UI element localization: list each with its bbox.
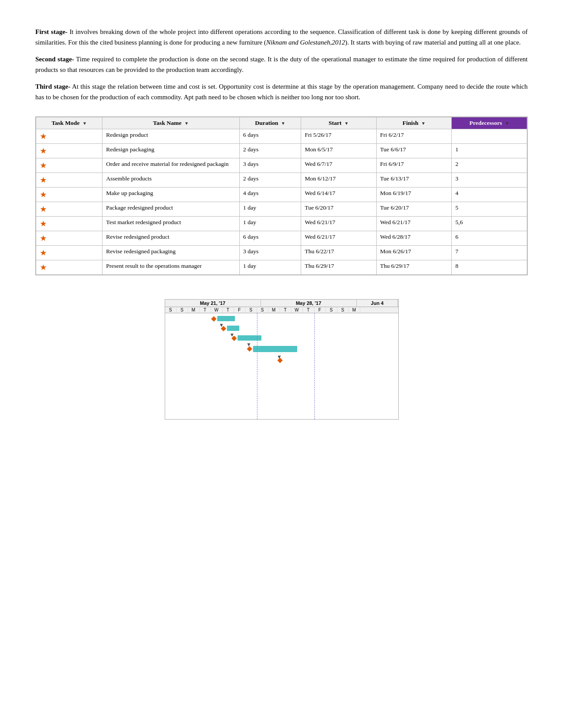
p2-bold: Second stage- [35, 56, 74, 63]
table-row: ★Assemble products2 daysMon 6/12/17Tue 6… [36, 173, 527, 188]
milestone-5: ◆ [277, 356, 283, 364]
start-cell: Thu 6/22/17 [301, 246, 377, 260]
sort-arrow-start: ▼ [344, 121, 349, 126]
predecessors-cell: 5 [452, 202, 527, 217]
sort-arrow-finish: ▼ [421, 121, 426, 126]
table-header-row: Task Mode ▼ Task Name ▼ Duration ▼ Start… [36, 117, 527, 129]
task-name-cell: Order and receive material for redesigne… [102, 158, 239, 173]
gantt-day-label: T [200, 307, 211, 313]
gantt-day-label: M [268, 307, 280, 313]
task-name-cell: Redesign product [102, 129, 239, 144]
start-cell: Mon 6/12/17 [301, 173, 377, 188]
duration-cell: 6 days [239, 231, 301, 246]
bar-row-3 [238, 335, 261, 341]
task-icon: ★ [40, 146, 47, 156]
gantt-body: ◆ ▼ ◆ ▼ ◆ ▼ ◆ [165, 313, 398, 419]
gantt-day-label: S [177, 307, 188, 313]
task-mode-cell: ★ [36, 144, 102, 158]
task-mode-cell: ★ [36, 173, 102, 188]
task-name-cell: Redesign packaging [102, 144, 239, 158]
task-icon: ★ [40, 233, 47, 243]
start-cell: Tue 6/20/17 [301, 202, 377, 217]
duration-cell: 4 days [239, 188, 301, 202]
task-name-cell: Make up packaging [102, 188, 239, 202]
gantt-day-label: W [211, 307, 223, 313]
start-cell: Wed 6/14/17 [301, 188, 377, 202]
predecessors-cell [452, 129, 527, 144]
gantt-day-label: M [188, 307, 200, 313]
task-name-cell: Assemble products [102, 173, 239, 188]
gantt-day-label: W [291, 307, 303, 313]
predecessors-cell: 4 [452, 188, 527, 202]
table-row: ★Make up packaging4 daysWed 6/14/17Mon 6… [36, 188, 527, 202]
predecessors-cell: 8 [452, 260, 527, 275]
task-mode-cell: ★ [36, 158, 102, 173]
table-row: ★Redesign packaging2 daysMon 6/5/17Tue 6… [36, 144, 527, 158]
sort-arrow-taskmode: ▼ [83, 121, 87, 126]
duration-cell: 1 day [239, 202, 301, 217]
gantt-week-1: May 21, '17 [165, 300, 261, 307]
gantt-table-wrapper: Task Mode ▼ Task Name ▼ Duration ▼ Start… [35, 116, 528, 275]
sort-arrow-predecessors: ▼ [505, 121, 509, 126]
finish-cell: Tue 6/20/17 [376, 202, 452, 217]
task-mode-cell: ★ [36, 129, 102, 144]
paragraph-3: Third stage- At this stage the relation … [35, 81, 528, 102]
task-mode-cell: ★ [36, 202, 102, 217]
task-icon: ★ [40, 190, 47, 199]
task-name-cell: Package redesigned product [102, 202, 239, 217]
start-cell: Mon 6/5/17 [301, 144, 377, 158]
gantt-day-label: F [314, 307, 326, 313]
th-duration[interactable]: Duration ▼ [239, 117, 301, 129]
th-taskmode[interactable]: Task Mode ▼ [36, 117, 102, 129]
duration-cell: 3 days [239, 246, 301, 260]
gantt-day-label: S [246, 307, 257, 313]
gantt-day-label: T [223, 307, 234, 313]
predecessors-cell: 1 [452, 144, 527, 158]
table-body: ★Redesign product6 daysFri 5/26/17Fri 6/… [36, 129, 527, 275]
start-cell: Wed 6/21/17 [301, 231, 377, 246]
task-icon: ★ [40, 248, 47, 258]
gantt-day-label: S [326, 307, 337, 313]
task-icon: ★ [40, 175, 47, 185]
th-start[interactable]: Start ▼ [301, 117, 377, 129]
finish-cell: Tue 6/6/17 [376, 144, 452, 158]
th-finish[interactable]: Finish ▼ [376, 117, 452, 129]
task-name-cell: Present result to the operations manager [102, 260, 239, 275]
table-row: ★Revise redesigned product6 daysWed 6/21… [36, 231, 527, 246]
task-icon: ★ [40, 161, 47, 170]
gantt-day-label: S [165, 307, 177, 313]
duration-cell: 2 days [239, 173, 301, 188]
task-mode-cell: ★ [36, 231, 102, 246]
p1-italic: Niknam and Golestaneh,2012 [266, 39, 345, 46]
gantt-grid [165, 313, 398, 419]
bar-row-2 [227, 326, 239, 331]
task-mode-cell: ★ [36, 246, 102, 260]
duration-cell: 1 day [239, 260, 301, 275]
task-mode-cell: ★ [36, 260, 102, 275]
gantt-chart: May 21, '17 May 28, '17 Jun 4 SSMTWTFSSM… [165, 299, 399, 420]
gantt-chart-section: May 21, '17 May 28, '17 Jun 4 SSMTWTFSSM… [35, 299, 528, 420]
finish-cell: Fri 6/9/17 [376, 158, 452, 173]
task-icon: ★ [40, 263, 47, 272]
gantt-week-3: Jun 4 [357, 300, 398, 307]
finish-cell: Mon 6/19/17 [376, 188, 452, 202]
paragraph-1: First stage- It involves breaking down o… [35, 26, 528, 48]
task-name-cell: Test market redesigned product [102, 217, 239, 231]
th-predecessors[interactable]: Predecessors ▼ [452, 117, 527, 129]
table-row: ★Present result to the operations manage… [36, 260, 527, 275]
start-cell: Fri 5/26/17 [301, 129, 377, 144]
table-row: ★Order and receive material for redesign… [36, 158, 527, 173]
table-row: ★Redesign product6 daysFri 5/26/17Fri 6/… [36, 129, 527, 144]
p3-bold: Third stage- [35, 83, 70, 90]
p3-text: At this stage the relation between time … [35, 83, 528, 101]
th-taskname[interactable]: Task Name ▼ [102, 117, 239, 129]
gantt-day-label: S [257, 307, 268, 313]
p1-bold: First stage- [35, 28, 68, 35]
table-row: ★Test market redesigned product1 dayWed … [36, 217, 527, 231]
gantt-week-2: May 28, '17 [261, 300, 357, 307]
finish-cell: Thu 6/29/17 [376, 260, 452, 275]
task-mode-cell: ★ [36, 188, 102, 202]
gantt-day-label: T [280, 307, 291, 313]
sort-arrow-taskname: ▼ [184, 121, 189, 126]
duration-cell: 2 days [239, 144, 301, 158]
